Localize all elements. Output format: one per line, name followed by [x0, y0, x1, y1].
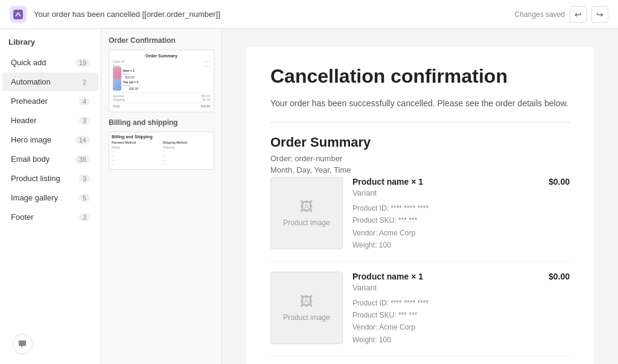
- billing-shipping-card[interactable]: Billing and Shipping Payment Method Bill…: [109, 132, 214, 170]
- sidebar-item-footer[interactable]: Footer 3: [2, 208, 98, 226]
- sidebar: Library Quick add 19 Automation 2 Prehea…: [0, 29, 101, 364]
- redo-button[interactable]: ↪: [591, 6, 608, 23]
- product-weight-2: Weight: 100: [352, 334, 570, 346]
- sidebar-count-product-listing: 3: [79, 174, 90, 183]
- image-placeholder-icon-1: 🖼: [300, 199, 313, 215]
- order-date: Month, Day, Year, Time: [270, 165, 570, 174]
- product-name-2: Product name × 1: [352, 272, 423, 281]
- product-image-label-2: Product image: [283, 313, 330, 322]
- product-name-row-1: Product name × 1 $0.00: [352, 177, 570, 187]
- product-variant-2: Variant: [352, 283, 570, 292]
- sidebar-count-quick-add: 19: [75, 59, 90, 67]
- sidebar-count-email-body: 38: [75, 155, 90, 164]
- order-number: Order: order-number: [270, 154, 570, 163]
- sidebar-count-header: 3: [79, 117, 90, 125]
- sidebar-label-hero-image: Hero image: [11, 135, 51, 144]
- sidebar-label-automation: Automation: [11, 77, 51, 86]
- product-sku-1: Product SKU: *** ***: [352, 214, 570, 226]
- changes-saved-label: Changes saved: [515, 10, 565, 19]
- app-logo: [10, 6, 27, 23]
- sidebar-count-automation: 2: [79, 78, 90, 86]
- panel-section-order-confirm: Order Confirmation: [109, 36, 214, 45]
- sidebar-label-preheader: Preheader: [11, 97, 48, 106]
- sidebar-count-image-gallery: 5: [79, 194, 90, 202]
- sidebar-label-footer: Footer: [11, 212, 34, 222]
- cancellation-subtitle: Your order has been successfully cancell…: [270, 97, 570, 110]
- panel-section-billing: Billing and shipping: [109, 118, 214, 127]
- product-meta-1: Product ID: **** **** **** Product SKU: …: [352, 202, 570, 252]
- chat-button[interactable]: [12, 334, 33, 354]
- sidebar-item-hero-image[interactable]: Hero image 14: [2, 130, 98, 149]
- product-details-2: Product name × 1 $0.00 Variant Product I…: [352, 272, 570, 346]
- sidebar-item-preheader[interactable]: Preheader 4: [2, 92, 98, 110]
- product-id-1: Product ID: **** **** ****: [352, 202, 570, 214]
- product-id-2: Product ID: **** **** ****: [352, 297, 570, 309]
- sidebar-item-quick-add[interactable]: Quick add 19: [2, 53, 98, 72]
- sidebar-label-email-body: Email body: [11, 155, 49, 164]
- sidebar-heading: Library: [0, 29, 101, 53]
- product-weight-1: Weight: 100: [352, 239, 570, 251]
- product-price-2: $0.00: [549, 272, 570, 281]
- email-preview: Cancellation confirmation Your order has…: [222, 29, 618, 364]
- product-variant-1: Variant: [352, 188, 570, 197]
- sidebar-count-hero-image: 14: [75, 136, 90, 144]
- product-details-1: Product name × 1 $0.00 Variant Product I…: [352, 177, 570, 252]
- sidebar-label-product-listing: Product listing: [11, 174, 60, 183]
- product-name-row-2: Product name × 1 $0.00: [352, 272, 570, 281]
- topbar-actions: Changes saved ↩ ↪: [515, 6, 608, 23]
- product-image-label-1: Product image: [283, 219, 330, 227]
- order-confirmation-card[interactable]: Order Summary Order ID:----- Date:----- …: [109, 49, 214, 112]
- section-divider: [270, 122, 570, 123]
- product-price-1: $0.00: [549, 177, 570, 187]
- sidebar-item-email-body[interactable]: Email body 38: [2, 150, 98, 168]
- email-container: Cancellation confirmation Your order has…: [246, 47, 594, 364]
- product-name-1: Product name × 1: [352, 177, 423, 187]
- sidebar-item-product-listing[interactable]: Product listing 3: [2, 169, 98, 188]
- sidebar-count-footer: 3: [79, 213, 90, 222]
- product-image-2: 🖼 Product image: [270, 272, 343, 344]
- topbar: Your order has been cancelled [[order.or…: [0, 0, 618, 29]
- svg-rect-0: [13, 10, 23, 19]
- product-sku-2: Product SKU: *** ***: [352, 309, 570, 321]
- product-meta-2: Product ID: **** **** **** Product SKU: …: [352, 297, 570, 346]
- sidebar-label-header: Header: [11, 116, 37, 125]
- sidebar-item-image-gallery[interactable]: Image gallery 5: [2, 188, 98, 207]
- sidebar-item-header[interactable]: Header 3: [2, 111, 98, 130]
- main-layout: Library Quick add 19 Automation 2 Prehea…: [0, 29, 618, 364]
- order-summary-heading: Order Summary: [270, 135, 570, 150]
- product-vendor-2: Vendor: Acme Corp: [352, 321, 570, 333]
- product-row-2: 🖼 Product image Product name × 1 $0.00 V…: [270, 272, 570, 357]
- product-image-1: 🖼 Product image: [270, 177, 343, 249]
- product-vendor-1: Vendor: Acme Corp: [352, 227, 570, 239]
- middle-panel: Order Confirmation Order Summary Order I…: [101, 29, 222, 364]
- topbar-title: Your order has been cancelled [[order.or…: [34, 10, 508, 19]
- image-placeholder-icon-2: 🖼: [300, 294, 313, 310]
- sidebar-label-quick-add: Quick add: [11, 58, 46, 67]
- sidebar-count-preheader: 4: [79, 97, 90, 106]
- sidebar-label-image-gallery: Image gallery: [11, 193, 58, 202]
- sidebar-item-automation[interactable]: Automation 2: [2, 72, 98, 91]
- product-row-1: 🖼 Product image Product name × 1 $0.00 V…: [270, 177, 570, 262]
- undo-button[interactable]: ↩: [570, 6, 587, 23]
- cancellation-title: Cancellation confirmation: [270, 65, 570, 88]
